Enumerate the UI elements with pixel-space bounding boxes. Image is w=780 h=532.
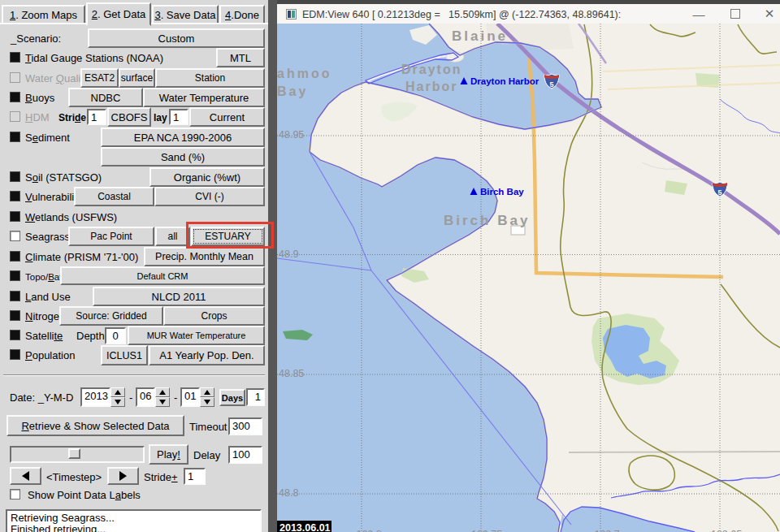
water-quality-display-button[interactable]: Station: [155, 68, 265, 88]
tidal-label[interactable]: Tidal Gauge Stations (NOAA): [25, 52, 163, 64]
hdm-label: HDM: [25, 111, 50, 123]
hdm-checkbox[interactable]: [10, 111, 20, 122]
tab-zoom-maps-label: 1. Zoom Maps: [10, 9, 77, 21]
wetlands-checkbox[interactable]: [10, 211, 20, 222]
hdm-lay-label: lay: [154, 112, 167, 124]
water-quality-label: Water Quality: [25, 72, 89, 84]
date-year-input[interactable]: 2013: [80, 387, 110, 407]
down-arrow-icon: [159, 400, 166, 404]
year-up-button[interactable]: [110, 387, 125, 397]
sediment-checkbox[interactable]: [10, 132, 20, 142]
up-arrow-icon: [115, 390, 121, 395]
climate-display-button[interactable]: Precip. Monthly Mean: [144, 247, 265, 266]
climate-checkbox[interactable]: [10, 251, 20, 262]
stride-input[interactable]: 1: [184, 468, 206, 485]
title-bar[interactable]: EDM:View 640 [ 0.21213deg = 15.509km] @ …: [277, 4, 780, 24]
soil-checkbox[interactable]: [10, 171, 20, 182]
landuse-checkbox[interactable]: [10, 291, 20, 301]
close-button[interactable]: ✕: [758, 6, 780, 22]
landuse-display-button[interactable]: NLCD 2011: [93, 287, 265, 306]
seagrass-checkbox[interactable]: [10, 231, 20, 241]
delay-input[interactable]: 100: [228, 446, 262, 464]
satellite-display-button[interactable]: MUR Water Temperature: [128, 326, 265, 345]
hdm-lay-input[interactable]: 1: [169, 109, 188, 125]
buoys-label[interactable]: Buoys: [25, 92, 54, 104]
seagrass-source-button[interactable]: Pac Point: [68, 227, 154, 246]
tidal-checkbox[interactable]: [10, 52, 20, 63]
seagrass-filter-button[interactable]: all: [155, 227, 190, 246]
buoys-checkbox[interactable]: [10, 92, 20, 102]
tab-get-data-label: 2. Get Data: [92, 8, 145, 20]
tab-done-label: 4.Done: [225, 9, 259, 21]
show-labels-label[interactable]: Show Point Data Labels: [28, 489, 141, 501]
semiahmoo-bay-label: ahmoo: [277, 67, 332, 80]
vulnerability-source-button[interactable]: Coastal: [74, 187, 154, 206]
month-up-button[interactable]: [155, 387, 170, 397]
hdm-display-button[interactable]: Current: [189, 107, 265, 127]
timestep-forward-button[interactable]: [107, 467, 139, 485]
topobath-checkbox[interactable]: [10, 270, 20, 281]
map-date-overlay: 2013.06.01: [277, 521, 332, 532]
sediment-source-button[interactable]: EPA NCA 1990-2006: [101, 128, 265, 147]
satellite-checkbox[interactable]: [10, 330, 20, 340]
play-button[interactable]: Play!: [149, 444, 188, 465]
show-labels-checkbox[interactable]: [10, 489, 20, 500]
day-down-button[interactable]: [200, 397, 214, 407]
topobath-display-button[interactable]: Default CRM: [60, 266, 265, 285]
population-source-button[interactable]: ICLUS1: [101, 345, 148, 365]
nitrogen-checkbox[interactable]: [10, 310, 20, 321]
soil-display-button[interactable]: Organic (%wt): [150, 167, 265, 187]
svg-text:-122.65: -122.65: [708, 529, 742, 532]
buoys-display-button[interactable]: Water Temperature: [143, 88, 265, 107]
drayton-harbor-place-label: Harbor: [405, 80, 457, 93]
days-input[interactable]: 1: [246, 388, 265, 406]
hdm-source-button[interactable]: CBOFS: [107, 107, 151, 127]
population-display-button[interactable]: A1 Yearly Pop. Den.: [149, 345, 265, 365]
days-button[interactable]: Days: [219, 389, 245, 406]
water-quality-level-button[interactable]: surface: [119, 68, 155, 88]
window-title: EDM:View 640 [ 0.21213deg = 15.509km] @ …: [302, 9, 621, 20]
timestep-back-button[interactable]: [10, 467, 41, 485]
timeout-input[interactable]: 300: [228, 417, 262, 435]
retrieve-button[interactable]: Retrieve & Show Selected Data: [6, 415, 184, 436]
day-up-button[interactable]: [200, 387, 214, 397]
tab-done[interactable]: 4.Done: [219, 5, 265, 24]
water-quality-source-button[interactable]: ESAT2: [80, 68, 119, 88]
year-down-button[interactable]: [110, 397, 125, 407]
nitrogen-display-button[interactable]: Crops: [163, 306, 265, 326]
map-canvas[interactable]: 5 5 Blaine ahmoo Bay Drayton Harbor Birc…: [277, 24, 780, 532]
wetlands-label[interactable]: Wetlands (USFWS): [25, 211, 117, 223]
sediment-display-button[interactable]: Sand (%): [101, 147, 265, 167]
vulnerability-checkbox[interactable]: [10, 191, 20, 201]
water-quality-checkbox[interactable]: [10, 72, 20, 83]
satellite-depth-input[interactable]: 0: [105, 327, 126, 344]
vulnerability-display-button[interactable]: CVI (-): [154, 187, 265, 206]
vulnerability-label[interactable]: Vulnerability: [25, 191, 74, 203]
satellite-label[interactable]: Satellite: [25, 330, 63, 342]
date-day-input[interactable]: 01: [180, 387, 200, 407]
minimize-button[interactable]: —: [687, 6, 710, 22]
maximize-button[interactable]: [724, 6, 747, 22]
population-checkbox[interactable]: [10, 349, 20, 360]
sediment-label[interactable]: Sediment: [25, 132, 70, 144]
hdm-stride-input[interactable]: 1: [87, 109, 106, 125]
soil-label[interactable]: Soil (STATSGO): [25, 171, 102, 184]
population-label[interactable]: Population: [25, 349, 75, 361]
tab-get-data[interactable]: 2. Get Data: [86, 2, 151, 26]
nitrogen-source-button[interactable]: Source: Gridded: [59, 306, 163, 326]
tab-save-data[interactable]: 3. Save Data: [152, 5, 219, 24]
scenario-button[interactable]: Custom: [88, 28, 265, 48]
buoys-source-button[interactable]: NDBC: [68, 88, 143, 107]
date-dash-2: -: [174, 391, 177, 404]
date-month-input[interactable]: 06: [136, 387, 155, 407]
timestep-slider[interactable]: [10, 446, 145, 463]
landuse-label[interactable]: Land Use: [25, 291, 71, 303]
status-line: Retrieving Seagrass...: [11, 513, 257, 524]
seagrass-label[interactable]: Seagrass: [25, 231, 70, 243]
month-down-button[interactable]: [155, 397, 170, 407]
tab-zoom-maps[interactable]: 1. Zoom Maps: [2, 5, 85, 24]
climate-label[interactable]: Climate (PRISM '71-'00): [25, 251, 138, 263]
tidal-datum-button[interactable]: MTL: [216, 48, 265, 67]
svg-text:-122.8: -122.8: [353, 529, 381, 532]
slider-handle[interactable]: [68, 448, 80, 459]
